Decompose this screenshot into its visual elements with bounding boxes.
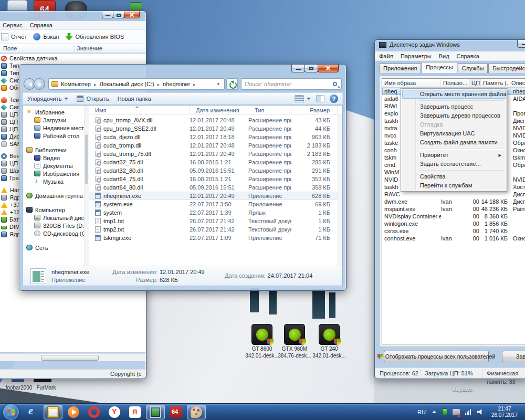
sidebar-item[interactable] bbox=[23, 237, 84, 244]
network-error-icon[interactable] bbox=[453, 409, 460, 415]
desktop-shortcut-gt8600[interactable]: GT 8600 342.01-desk... bbox=[245, 324, 279, 359]
csrss.exe[interactable]: csrss.exe 00 1 740 КБ bbox=[382, 227, 525, 235]
minimize-button[interactable] bbox=[291, 65, 305, 72]
volume-icon[interactable] bbox=[477, 409, 484, 415]
breadcrumb-segment[interactable]: Компьютер bbox=[61, 81, 99, 87]
breadcrumb-segment[interactable]: Локальный диск (C:) bbox=[99, 81, 163, 87]
minimize-button[interactable] bbox=[102, 12, 113, 18]
nheqminer.exe[interactable]: nheqminer.exe 12.01.2017 20:49 Приложени… bbox=[89, 192, 342, 200]
taskbar-item-monitor-app[interactable] bbox=[146, 405, 165, 419]
sensor-item[interactable]: Свойства датчика bbox=[0, 55, 145, 62]
address-dropdown-icon[interactable]: ▾ bbox=[215, 81, 222, 87]
sidebar-item[interactable]: Видео bbox=[23, 154, 84, 162]
show-hidden-icons-chevron[interactable] bbox=[432, 411, 436, 413]
tray-green-icon[interactable] bbox=[442, 408, 447, 415]
system[interactable]: system 22.07.2017 1:39 Ярлык 1 КБ bbox=[89, 208, 342, 217]
menu-item-end-process[interactable]: Завершить процесс bbox=[402, 102, 506, 111]
column-description[interactable]: Описа bbox=[509, 79, 525, 87]
menu-separator[interactable] bbox=[402, 99, 506, 102]
menu-item[interactable]: Файл bbox=[375, 53, 397, 59]
taskbar-item-aida64[interactable] bbox=[166, 405, 185, 419]
taskbar-item-player[interactable] bbox=[64, 405, 83, 419]
menu-item[interactable]: Справка bbox=[453, 53, 483, 59]
new-folder-button[interactable]: Новая папка bbox=[118, 96, 151, 102]
taskbar-item-yandex[interactable] bbox=[125, 405, 144, 419]
tab[interactable]: Службы bbox=[458, 64, 488, 73]
taskbar-item-opera[interactable] bbox=[85, 405, 103, 419]
column-value[interactable]: Значение bbox=[77, 45, 102, 51]
column-cpu[interactable]: ЦП bbox=[469, 79, 481, 87]
menu-item-open-file-location[interactable]: Открыть место хранения файла bbox=[402, 90, 506, 99]
column-image-name[interactable]: Имя образа bbox=[382, 79, 441, 87]
taskbar-item-explorer[interactable] bbox=[44, 405, 62, 419]
cuda_tromp_75.dll[interactable]: cuda_tromp_75.dll 12.01.2017 20:49 Расши… bbox=[89, 150, 342, 158]
preview-pane-icon[interactable] bbox=[316, 95, 324, 102]
sidebar-item[interactable] bbox=[23, 200, 84, 206]
show-all-users-button[interactable]: Отображать процессы всех пользователей bbox=[384, 351, 489, 362]
search-icon[interactable] bbox=[333, 82, 337, 86]
end-process-button[interactable]: Завершить bbox=[502, 351, 525, 362]
close-button[interactable] bbox=[124, 12, 140, 18]
tskmgr.exe[interactable]: tskmgr.exe 22.07.2017 1:09 Приложение 71… bbox=[89, 234, 342, 242]
maximize-button[interactable] bbox=[113, 12, 124, 18]
column-type[interactable]: Тип bbox=[248, 106, 291, 114]
cuda_djezo.dll[interactable]: cuda_djezo.dll 12.01.2017 18:18 Расширен… bbox=[89, 133, 342, 141]
taskbar-item-ie[interactable] bbox=[23, 405, 42, 419]
sidebar-item[interactable]: Изображения bbox=[23, 170, 84, 177]
sidebar-item[interactable]: Библиотеки bbox=[23, 146, 84, 154]
cudart32_75.dll[interactable]: cudart32_75.dll 16.08.2015 1:21 Расширен… bbox=[89, 158, 342, 166]
cudart64_75.dll[interactable]: cudart64_75.dll 16.08.2015 1:21 Расширен… bbox=[89, 175, 342, 183]
cpu_tromp_SSE2.dll[interactable]: cpu_tromp_SSE2.dll 12.01.2017 20:49 Расш… bbox=[89, 124, 342, 133]
sidebar-item[interactable]: Загрузки bbox=[23, 116, 84, 124]
minimize-button[interactable] bbox=[517, 40, 525, 48]
sidebar-item[interactable]: Сеть bbox=[23, 244, 84, 251]
sidebar-item[interactable] bbox=[23, 140, 84, 146]
column-date[interactable]: Дата изменения bbox=[190, 106, 248, 114]
desktop-label-furmark[interactable]: FurMark bbox=[30, 385, 62, 391]
cpu_tromp_AVX.dll[interactable]: cpu_tromp_AVX.dll 12.01.2017 20:48 Расши… bbox=[89, 116, 342, 124]
breadcrumb-segment[interactable]: nheqminer bbox=[163, 81, 199, 87]
menu-item-priority[interactable]: Приоритет bbox=[402, 151, 506, 160]
forward-button[interactable] bbox=[34, 78, 45, 90]
sidebar-item[interactable]: Домашняя группа bbox=[23, 192, 84, 200]
sidebar-item[interactable]: Избранное bbox=[23, 108, 84, 116]
tab[interactable]: Процессы bbox=[422, 62, 457, 73]
close-button[interactable] bbox=[318, 65, 339, 72]
cudart32_80.dll[interactable]: cudart32_80.dll 05.09.2016 15:51 Расшире… bbox=[89, 166, 342, 175]
desktop-shortcut-gt240[interactable]: GT 240 342.01-desk... bbox=[312, 324, 346, 359]
menu-item-create-dump[interactable]: Создать файл дампа памяти bbox=[402, 138, 506, 147]
menu-item-end-process-tree[interactable]: Завершить дерево процессов bbox=[402, 111, 506, 120]
menu-separator[interactable] bbox=[402, 147, 506, 151]
menu-item[interactable]: Справка bbox=[26, 22, 56, 28]
sidebar-item[interactable]: Локальный диск bbox=[23, 214, 84, 222]
dwm.exe[interactable]: dwm.exe Ivan 00 14 188 КБ Диспе bbox=[382, 198, 525, 205]
column-field[interactable]: Поле bbox=[3, 45, 17, 51]
menu-item-debug[interactable]: Отладка bbox=[402, 120, 506, 129]
organize-button[interactable]: Упорядочить bbox=[27, 96, 68, 102]
tab[interactable]: Приложения bbox=[379, 64, 421, 73]
column-size[interactable]: Размер bbox=[291, 106, 338, 114]
menu-item-properties[interactable]: Свойства bbox=[402, 172, 506, 181]
sidebar-item[interactable]: Недавние места bbox=[23, 124, 84, 132]
tmp2.txt[interactable]: tmp2.txt 26.07.2017 21:42 Текстовый доку… bbox=[89, 225, 342, 234]
cuda_tromp.dll[interactable]: cuda_tromp.dll 12.01.2017 20:48 Расширен… bbox=[89, 141, 342, 150]
start-button[interactable] bbox=[3, 404, 19, 420]
scrollbar-thumb[interactable] bbox=[85, 134, 88, 184]
views-icon[interactable] bbox=[295, 95, 304, 102]
sidebar-item[interactable]: CD-дисковод (G: bbox=[23, 229, 84, 237]
aida-bios-updates-button[interactable]: Обновления BIOS bbox=[65, 33, 124, 40]
aida-report-button[interactable]: Отчёт bbox=[1, 33, 27, 40]
menu-item-uac-virtualization[interactable]: Виртуализация UAC bbox=[402, 129, 506, 138]
open-button[interactable]: Открыть bbox=[77, 96, 109, 102]
desktop-label-keramo[interactable]: Керамо bbox=[453, 386, 472, 392]
column-name[interactable]: Имя bbox=[89, 106, 190, 114]
desktop-shortcut-gtx960m[interactable]: GTX 960M 384.76-desk... bbox=[278, 324, 311, 359]
tab[interactable]: Быстродействие bbox=[488, 64, 525, 73]
cudart64_80.dll[interactable]: cudart64_80.dll 05.09.2016 15:51 Расшире… bbox=[89, 183, 342, 192]
winlogon.exe[interactable]: winlogon.exe 00 1 856 КБ bbox=[382, 220, 525, 227]
conhost.exe[interactable]: conhost.exe Ivan 00 1 016 КБ Окно bbox=[382, 235, 525, 242]
column-user[interactable]: Пользо... bbox=[441, 79, 469, 87]
sidebar-item[interactable]: Компьютер bbox=[23, 206, 84, 214]
sidebar-item[interactable]: Музыка bbox=[23, 177, 84, 185]
RAVC[interactable]: RAVC Диспе bbox=[382, 191, 525, 198]
